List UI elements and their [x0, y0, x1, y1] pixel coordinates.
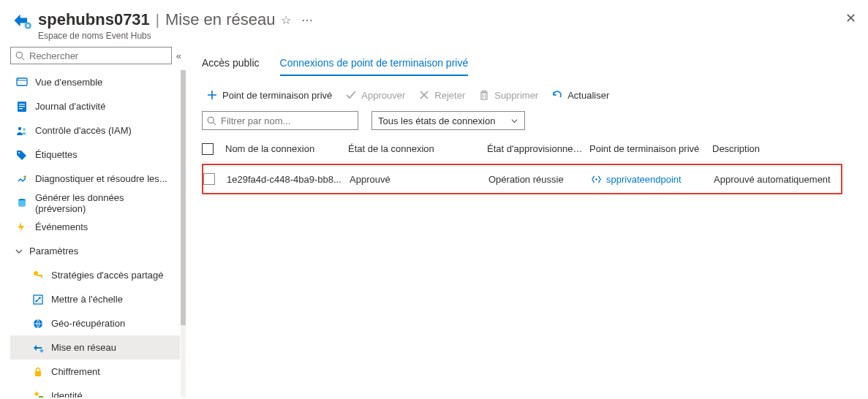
button-label: Approuver — [361, 90, 405, 101]
table-row[interactable]: 1e29fa4d-c448-4ba9-bb8... Approuvé Opéra… — [202, 164, 842, 194]
svg-point-11 — [18, 126, 21, 129]
title-separator: | — [156, 12, 159, 28]
svg-line-3 — [22, 57, 25, 60]
select-all-checkbox[interactable] — [202, 143, 214, 155]
col-name[interactable]: Nom de la connexion — [225, 143, 348, 154]
search-icon — [207, 116, 216, 126]
generate-data-icon — [16, 197, 28, 209]
x-icon — [418, 89, 430, 101]
sidebar-item-label: Contrôle d'accès (IAM) — [35, 125, 132, 136]
plus-icon — [206, 89, 218, 101]
tab-private-endpoint[interactable]: Connexions de point de terminaison privé — [280, 57, 469, 76]
lock-icon — [32, 366, 44, 378]
dropdown-value: Tous les états de connexion — [378, 115, 495, 126]
close-icon[interactable]: ✕ — [845, 10, 856, 26]
svg-rect-9 — [19, 106, 25, 107]
chevron-down-icon — [15, 247, 23, 256]
state-filter-dropdown[interactable]: Tous les états de connexion — [371, 111, 525, 130]
svg-rect-8 — [19, 104, 25, 104]
name-filter[interactable] — [202, 111, 358, 130]
add-private-endpoint-button[interactable]: Point de terminaison privé — [206, 89, 332, 101]
svg-point-22 — [35, 392, 39, 395]
row-checkbox[interactable] — [203, 173, 215, 185]
more-actions-icon[interactable]: ⋯ — [301, 13, 314, 27]
trash-icon — [478, 89, 490, 101]
sidebar-item-scale[interactable]: Mettre à l'échelle — [10, 287, 180, 311]
reject-button: Rejeter — [418, 89, 465, 101]
resource-type-label: Espace de noms Event Hubs — [38, 31, 845, 41]
endpoint-link-text: spprivateendpoint — [606, 174, 682, 185]
sidebar-item-identity[interactable]: Identité — [10, 384, 180, 398]
sidebar-item-access-control[interactable]: Contrôle d'accès (IAM) — [10, 118, 180, 142]
tab-bar: Accès public Connexions de point de term… — [202, 57, 864, 76]
sidebar-item-label: Stratégies d'accès partagé — [51, 270, 164, 281]
sidebar-item-activity-log[interactable]: Journal d'activité — [10, 94, 180, 118]
favorite-star-icon[interactable]: ☆ — [281, 13, 291, 27]
sidebar-item-generate-data[interactable]: Générer les données (préversion) — [10, 191, 180, 215]
diagnose-icon — [16, 173, 28, 185]
col-endpoint[interactable]: Point de terminaison privé — [589, 143, 712, 154]
sidebar-scrollbar-thumb[interactable] — [181, 70, 186, 325]
svg-rect-17 — [41, 276, 42, 278]
sidebar-item-label: Événements — [35, 221, 88, 232]
sidebar-item-label: Mise en réseau — [51, 342, 116, 353]
svg-rect-10 — [19, 108, 23, 109]
sidebar-item-label: Mettre à l'échelle — [51, 294, 123, 305]
sidebar-group-settings[interactable]: Paramètres — [10, 239, 180, 263]
col-provisioning[interactable]: État d'approvisionnement — [487, 143, 589, 154]
sidebar-item-label: Étiquettes — [35, 149, 78, 160]
cell-description: Approuvé automatiquement — [714, 174, 844, 185]
svg-point-2 — [16, 52, 22, 58]
collapse-sidebar-icon[interactable]: « — [176, 50, 181, 61]
sidebar-item-label: Chiffrement — [51, 366, 100, 377]
sidebar-item-shared-access[interactable]: Stratégies d'accès partagé — [10, 263, 180, 287]
cell-endpoint-link[interactable]: spprivateendpoint — [591, 174, 714, 185]
sidebar-item-overview[interactable]: Vue d'ensemble — [10, 70, 180, 94]
sidebar-item-encryption[interactable]: Chiffrement — [10, 360, 180, 384]
filter-row: Tous les états de connexion — [202, 111, 864, 130]
chevron-down-icon — [510, 117, 518, 125]
svg-point-6 — [18, 78, 18, 79]
events-icon — [16, 221, 28, 233]
cell-name: 1e29fa4d-c448-4ba9-bb8... — [227, 174, 350, 185]
sidebar-item-label: Vue d'ensemble — [35, 77, 102, 88]
resource-name: spehubns0731 — [38, 10, 150, 29]
sidebar-item-diagnose[interactable]: Diagnostiquer et résoudre les... — [10, 167, 180, 191]
svg-point-1 — [26, 24, 29, 27]
sidebar-item-events[interactable]: Événements — [10, 215, 180, 239]
eventhub-namespace-icon — [12, 10, 32, 31]
command-bar: Point de terminaison privé Approuver Rej… — [202, 89, 864, 101]
approve-button: Approuver — [345, 89, 405, 101]
access-control-icon — [16, 125, 28, 137]
key-icon — [32, 270, 44, 281]
svg-rect-24 — [481, 93, 487, 99]
sidebar-search[interactable] — [10, 47, 172, 64]
svg-rect-16 — [37, 275, 42, 276]
name-filter-input[interactable] — [221, 115, 353, 126]
main-content: Accès public Connexions de point de term… — [186, 42, 868, 398]
button-label: Supprimer — [494, 90, 538, 101]
cell-state: Approuvé — [350, 174, 488, 185]
sidebar-item-label: Identité — [51, 390, 83, 398]
svg-point-20 — [40, 349, 44, 352]
svg-point-13 — [18, 152, 20, 153]
sidebar: « Vue d'ensemble Journal d'activité Cont… — [0, 42, 186, 398]
sidebar-item-tags[interactable]: Étiquettes — [10, 142, 180, 167]
sidebar-group-label: Paramètres — [29, 246, 78, 256]
button-label: Point de terminaison privé — [222, 90, 332, 101]
sidebar-search-input[interactable] — [29, 50, 167, 61]
sidebar-item-networking[interactable]: Mise en réseau — [10, 335, 180, 360]
sidebar-item-label: Générer les données (préversion) — [35, 192, 174, 214]
search-icon — [15, 51, 25, 61]
tab-public-access[interactable]: Accès public — [202, 57, 260, 76]
overview-icon — [16, 77, 28, 88]
button-label: Rejeter — [434, 90, 465, 101]
col-description[interactable]: Description — [712, 143, 842, 154]
refresh-icon — [551, 89, 563, 101]
scale-icon — [32, 294, 44, 305]
sidebar-item-geodr[interactable]: Géo-récupération — [10, 311, 180, 335]
connections-table: Nom de la connexion État de la connexion… — [202, 136, 842, 194]
refresh-button[interactable]: Actualiser — [551, 89, 609, 101]
col-state[interactable]: État de la connexion — [348, 143, 487, 154]
check-icon — [345, 89, 357, 101]
